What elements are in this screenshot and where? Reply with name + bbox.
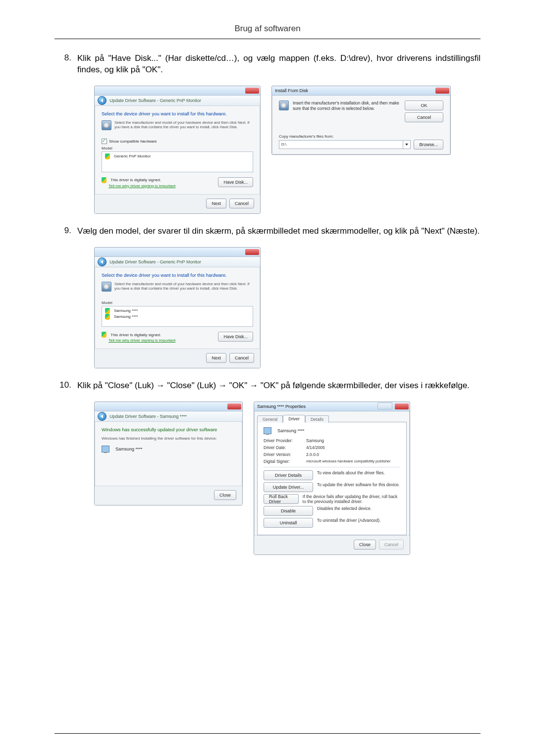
disk-icon [102, 282, 111, 292]
model-label: Model [102, 301, 253, 305]
button-description: To update the driver software for this d… [317, 482, 400, 487]
shield-icon [102, 177, 107, 183]
shield-icon [105, 308, 110, 314]
chevron-down-icon[interactable] [403, 141, 410, 149]
browse-button[interactable]: Browse... [414, 140, 443, 150]
signed-text: This driver is digitally signed. [110, 333, 161, 337]
dialog-install-from-disk: Install From Disk Insert the manufacture… [271, 86, 451, 155]
compat-checkbox-label: Show compatible hardware [109, 139, 157, 144]
footer-rule [54, 733, 481, 734]
path-value: D:\ [279, 142, 403, 147]
dialog-update-driver: Update Driver Software - Generic PnP Mon… [94, 86, 261, 214]
tab-driver[interactable]: Driver [283, 415, 305, 422]
cancel-button: Cancel [379, 540, 404, 550]
prop-label: Driver Date: [264, 445, 302, 450]
monitor-icon [264, 427, 271, 434]
breadcrumb: Update Driver Software - Generic PnP Mon… [109, 259, 201, 264]
compat-checkbox[interactable] [102, 139, 107, 144]
cancel-button[interactable]: Cancel [229, 199, 254, 208]
prop-label: Digital Signer: [264, 459, 302, 464]
model-label: Model [102, 146, 253, 151]
prop-value: 2.0.0.0 [306, 452, 319, 457]
device-name: Samsung **** [277, 428, 305, 433]
shield-icon [105, 314, 110, 320]
prop-label: Driver Version: [264, 452, 302, 457]
step-number: 9. [54, 226, 77, 236]
next-button[interactable]: Next [206, 353, 226, 363]
close-icon[interactable] [245, 249, 259, 255]
rollback-driver-button[interactable]: Roll Back Driver [264, 494, 299, 504]
figure-row-step10: Update Driver Software - Samsung **** Wi… [94, 402, 481, 555]
prop-value: 4/14/2005 [306, 445, 325, 450]
dialog-heading: Select the device driver you want to ins… [102, 272, 253, 278]
close-icon[interactable] [245, 88, 259, 94]
breadcrumb: Update Driver Software - Samsung **** [109, 414, 187, 419]
uninstall-button[interactable]: Uninstall [264, 518, 313, 528]
help-icon[interactable] [377, 403, 392, 409]
monitor-icon [102, 446, 109, 453]
cancel-button[interactable]: Cancel [229, 353, 254, 363]
step-text: Vælg den model, der svarer til din skærm… [77, 226, 481, 237]
install-disk-instruction: Insert the manufacturer's installation d… [293, 101, 401, 111]
disk-icon [102, 120, 111, 130]
cancel-button[interactable]: Cancel [405, 112, 443, 122]
signing-link[interactable]: Tell me why driver signing is important [108, 338, 175, 343]
dialog-select-model: Update Driver Software - Generic PnP Mon… [94, 247, 261, 369]
back-icon[interactable] [98, 96, 107, 105]
dialog-note: Select the manufacturer and model of you… [114, 120, 253, 130]
list-item[interactable]: Samsung **** [114, 308, 138, 314]
tab-details[interactable]: Details [305, 415, 329, 423]
dialog-update-success: Update Driver Software - Samsung **** Wi… [94, 402, 243, 505]
device-name: Samsung **** [115, 447, 143, 452]
model-listbox[interactable]: Generic PnP Monitor [102, 151, 253, 172]
driver-details-button[interactable]: Driver Details [264, 470, 313, 480]
dialog-title: Install From Disk [275, 88, 308, 93]
dialog-note: Select the manufacturer and model of you… [114, 282, 253, 291]
shield-icon [105, 153, 110, 159]
tab-general[interactable]: General [257, 415, 283, 423]
dialog-title: Samsung **** Properties [257, 404, 306, 409]
close-icon[interactable] [227, 403, 241, 409]
path-combobox[interactable]: D:\ [279, 140, 411, 149]
step-text: Klik på "Close" (Luk) → "Close" (Luk) → … [77, 380, 481, 392]
success-subtext: Windows has finished installing the driv… [102, 436, 235, 441]
back-icon[interactable] [98, 412, 107, 421]
update-driver-button[interactable]: Update Driver... [264, 482, 313, 492]
shield-icon [102, 332, 107, 338]
button-description: To uninstall the driver (Advanced). [317, 518, 381, 523]
next-button[interactable]: Next [206, 199, 226, 208]
disable-button[interactable]: Disable [264, 506, 313, 516]
back-icon[interactable] [98, 257, 107, 266]
button-description: Disables the selected device. [317, 506, 372, 511]
copy-from-label: Copy manufacturer's files from: [279, 134, 443, 139]
step-number: 10. [54, 380, 77, 390]
disk-icon [279, 101, 289, 110]
close-icon[interactable] [395, 403, 409, 409]
success-heading: Windows has successfully updated your dr… [102, 427, 235, 432]
figure-row-step8: Update Driver Software - Generic PnP Mon… [94, 86, 481, 214]
list-item[interactable]: Generic PnP Monitor [114, 153, 151, 159]
close-button[interactable]: Close [214, 490, 236, 500]
prop-label: Driver Provider: [264, 438, 302, 443]
dialog-heading: Select the device driver you want to ins… [102, 111, 253, 116]
figure-row-step9: Update Driver Software - Generic PnP Mon… [94, 247, 481, 369]
ok-button[interactable]: OK [405, 101, 443, 110]
breadcrumb: Update Driver Software - Generic PnP Mon… [109, 98, 201, 103]
prop-value: Samsung [306, 438, 324, 443]
button-description: To view details about the driver files. [317, 470, 385, 475]
have-disk-button[interactable]: Have Disk... [218, 177, 253, 187]
close-icon[interactable] [435, 88, 449, 94]
signed-text: This driver is digitally signed. [110, 178, 161, 182]
have-disk-button[interactable]: Have Disk... [218, 332, 253, 342]
signing-link[interactable]: Tell me why driver signing is important [108, 184, 175, 188]
close-button[interactable]: Close [354, 540, 376, 550]
dialog-device-properties: Samsung **** Properties General Driver D… [254, 402, 410, 555]
step-number: 8. [54, 53, 77, 63]
list-item[interactable]: Samsung **** [114, 314, 138, 320]
page-header: Brug af softwaren [54, 24, 481, 39]
model-listbox[interactable]: Samsung **** Samsung **** [102, 306, 253, 327]
step-text: Klik på "Have Disk..." (Har diskette/cd…… [77, 53, 481, 76]
button-description: If the device fails after updating the d… [303, 494, 400, 504]
prop-value: microsoft windows hardware compatibility… [306, 459, 391, 463]
